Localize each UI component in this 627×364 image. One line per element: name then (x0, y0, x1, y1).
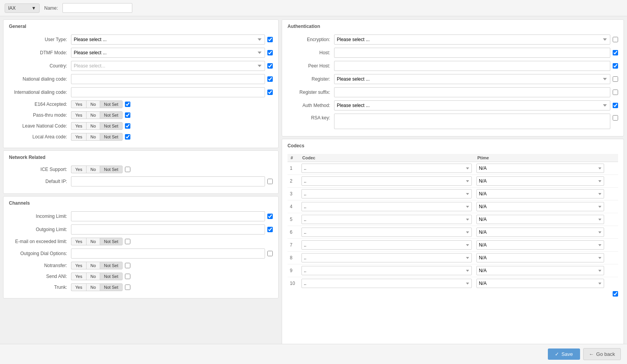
register-suffix-checkbox[interactable] (613, 90, 618, 95)
codec-select-9[interactable]: .. (301, 266, 472, 275)
ptime-select-2[interactable]: N/A (476, 176, 604, 186)
ptime-select-10[interactable]: N/A (476, 279, 604, 288)
international-dialing-code-input[interactable] (71, 87, 265, 97)
register-suffix-label: Register suffix: (288, 90, 334, 95)
codec-select-6[interactable]: .. (301, 228, 472, 237)
ptime-select-3[interactable]: N/A (476, 189, 604, 198)
ice-yes-btn[interactable]: Yes (71, 166, 86, 173)
international-dialing-code-checkbox[interactable] (267, 90, 273, 95)
send-ani-checkbox[interactable] (125, 274, 130, 279)
sendani-yes-btn[interactable]: Yes (71, 273, 86, 280)
register-select[interactable]: Please select ... (334, 74, 610, 84)
notransfer-notset-btn[interactable]: Not Set (100, 262, 123, 269)
lac-yes-btn[interactable]: Yes (71, 133, 86, 141)
ptime-select-8[interactable]: N/A (476, 253, 604, 262)
trunk-checkbox[interactable] (125, 285, 130, 290)
dtmf-mode-checkbox[interactable] (267, 50, 273, 55)
auth-method-checkbox[interactable] (613, 103, 618, 108)
outgoing-dial-options-checkbox[interactable] (267, 251, 273, 256)
codec-select-5[interactable]: .. (301, 215, 472, 224)
codecs-checkbox[interactable] (613, 291, 618, 297)
pass-thru-btngroup: Yes No Not Set (71, 111, 123, 119)
notransfer-yes-btn[interactable]: Yes (71, 262, 86, 269)
codec-select-4[interactable]: .. (301, 202, 472, 211)
ptime-select-4[interactable]: N/A (476, 202, 604, 211)
notransfer-checkbox[interactable] (125, 263, 130, 268)
ptime-select-5[interactable]: N/A (476, 215, 604, 224)
codec-select-1[interactable]: .. (301, 164, 472, 173)
register-checkbox[interactable] (613, 76, 618, 82)
passthru-no-btn[interactable]: No (86, 111, 100, 119)
pass-thru-checkbox[interactable] (125, 112, 130, 118)
ice-support-checkbox[interactable] (125, 167, 130, 172)
register-suffix-input[interactable] (334, 87, 610, 97)
lnc-no-btn[interactable]: No (86, 122, 100, 130)
sendani-notset-btn[interactable]: Not Set (100, 273, 123, 280)
iax-dropdown[interactable]: IAX ▼ (5, 3, 40, 13)
email-notset-btn[interactable]: Not Set (100, 238, 123, 245)
trunk-no-btn[interactable]: No (86, 283, 100, 291)
ptime-cell: N/A (474, 162, 606, 175)
ice-no-btn[interactable]: No (86, 166, 100, 173)
peer-host-input[interactable] (334, 61, 610, 71)
host-checkbox[interactable] (613, 50, 618, 55)
user-type-checkbox[interactable] (267, 37, 273, 42)
incoming-limit-input[interactable] (71, 211, 265, 221)
country-checkbox[interactable] (267, 63, 273, 69)
encryption-checkbox[interactable] (613, 37, 618, 42)
user-type-select[interactable]: Please select ... (71, 35, 265, 45)
rsa-key-checkbox[interactable] (613, 115, 618, 121)
default-ip-checkbox[interactable] (267, 179, 273, 184)
dtmf-mode-select[interactable]: Please select ... (71, 48, 265, 58)
ptime-select-6[interactable]: N/A (476, 228, 604, 237)
national-dialing-code-input[interactable] (71, 74, 265, 84)
e164-checkbox[interactable] (125, 102, 130, 107)
leave-national-code-row: Leave National Code: Yes No Not Set (9, 122, 273, 130)
trunk-yes-btn[interactable]: Yes (71, 283, 86, 291)
name-input[interactable] (62, 3, 132, 13)
ptime-select-9[interactable]: N/A (476, 266, 604, 275)
encryption-select[interactable]: Please select ... (334, 35, 610, 45)
leave-national-checkbox[interactable] (125, 123, 130, 129)
default-ip-input[interactable] (71, 176, 265, 186)
codec-select-10[interactable]: .. (301, 279, 472, 288)
codec-select-8[interactable]: .. (301, 253, 472, 262)
lac-notset-btn[interactable]: Not Set (100, 133, 123, 141)
incoming-limit-checkbox[interactable] (267, 214, 273, 219)
email-no-btn[interactable]: No (86, 238, 100, 245)
trunk-notset-btn[interactable]: Not Set (100, 283, 123, 291)
passthru-yes-btn[interactable]: Yes (71, 111, 86, 119)
rsa-key-textarea[interactable] (334, 114, 610, 129)
passthru-notset-btn[interactable]: Not Set (100, 111, 123, 119)
auth-method-select[interactable]: Please select ... (334, 100, 610, 110)
lnc-yes-btn[interactable]: Yes (71, 122, 86, 130)
email-exceeded-checkbox[interactable] (125, 239, 130, 244)
go-back-button[interactable]: ← Go back (583, 348, 621, 349)
codec-select-2[interactable]: .. (301, 176, 472, 186)
country-select[interactable]: Please select... (71, 61, 265, 71)
peer-host-checkbox[interactable] (613, 63, 618, 69)
sendani-no-btn[interactable]: No (86, 273, 100, 280)
save-button[interactable]: ✓ Save (548, 348, 580, 349)
notransfer-no-btn[interactable]: No (86, 262, 100, 269)
codec-select-7[interactable]: .. (301, 240, 472, 250)
ice-notset-btn[interactable]: Not Set (100, 166, 123, 173)
local-area-checkbox[interactable] (125, 134, 130, 140)
ptime-select-1[interactable]: N/A (476, 164, 604, 173)
outgoing-limit-checkbox[interactable] (267, 227, 273, 232)
national-dialing-code-checkbox[interactable] (267, 76, 273, 82)
host-row: Host: (288, 48, 618, 58)
ptime-select-7[interactable]: N/A (476, 240, 604, 250)
e164-no-btn[interactable]: No (86, 100, 100, 108)
codec-row-num: 9 (288, 264, 299, 277)
host-input[interactable] (334, 48, 610, 58)
lac-no-btn[interactable]: No (86, 133, 100, 141)
lnc-notset-btn[interactable]: Not Set (100, 122, 123, 130)
codec-select-3[interactable]: .. (301, 189, 472, 198)
local-area-code-row: Local Area code: Yes No Not Set (9, 133, 273, 141)
e164-yes-btn[interactable]: Yes (71, 100, 86, 108)
outgoing-limit-input[interactable] (71, 224, 265, 235)
email-yes-btn[interactable]: Yes (71, 238, 86, 245)
e164-notset-btn[interactable]: Not Set (100, 100, 123, 108)
outgoing-dial-options-input[interactable] (71, 248, 265, 259)
